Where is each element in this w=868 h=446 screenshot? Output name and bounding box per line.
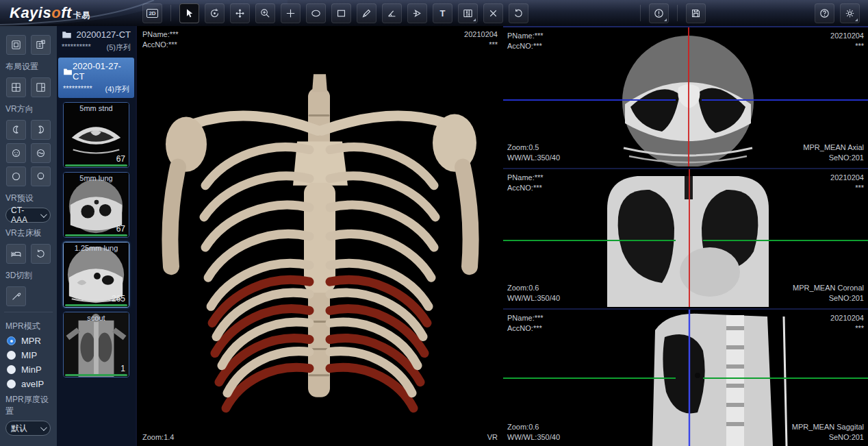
axial-zoom-info: Zoom:0.5 WW/WL:350/40 xyxy=(507,143,560,163)
main-content: 布局设置 VR方向 xyxy=(0,26,868,446)
vr-preset-value: CT-AAA xyxy=(11,206,40,225)
angle-measure-button[interactable] xyxy=(382,3,402,23)
logo-text-2: ft xyxy=(61,4,72,21)
layout-grid-2x2-button[interactable] xyxy=(6,77,26,97)
delete-annotation-button[interactable] xyxy=(483,3,503,23)
axial-viewport[interactable]: PName:*** AccNO:*** 20210204 *** Zoom:0.… xyxy=(503,26,868,166)
measure-line-button[interactable] xyxy=(357,3,376,23)
mpr-mode-option-aveip[interactable]: aveIP xyxy=(0,377,57,391)
vr-dir-right-button[interactable] xyxy=(31,120,51,140)
vr-direction-row-3 xyxy=(0,166,57,186)
series-thumbnail-5mm-stnd[interactable]: 5mm stnd 67 xyxy=(63,102,129,168)
sagittal-patient-info: PName:*** AccNO:*** xyxy=(507,313,544,334)
vr-dir-left-button[interactable] xyxy=(6,120,26,140)
radio-label: MinP xyxy=(21,364,42,375)
sagittal-label: MPR_MEAN Saggital xyxy=(792,422,864,432)
chevron-down-icon xyxy=(40,211,47,218)
settings-button[interactable] xyxy=(840,3,860,23)
save-button[interactable] xyxy=(686,3,706,23)
study-series-count: (5)序列 xyxy=(107,42,131,53)
axial-zoom: Zoom:0.5 xyxy=(507,143,560,153)
coronal-zoom-info: Zoom:0.6 WW/WL:350/40 xyxy=(507,283,560,303)
pan-icon xyxy=(234,8,246,19)
sagittal-viewport[interactable]: PName:*** AccNO:*** 20210204 *** Zoom:0.… xyxy=(503,308,868,446)
study-item-2-selected[interactable]: 2020-01-27-CT ********** (4)序列 xyxy=(58,58,134,98)
radio-selected-icon xyxy=(7,336,16,345)
text-annotation-button[interactable]: T xyxy=(433,3,452,23)
axial-date: 20210204 xyxy=(830,31,864,41)
mpr-mode-option-mpr[interactable]: MPR xyxy=(0,334,57,348)
sagittal-type-label: MPR_MEAN Saggital SeNO:201 xyxy=(792,422,864,443)
rectangle-roi-button[interactable] xyxy=(331,3,351,23)
head-top-icon xyxy=(10,171,22,182)
cut-3d-label: 3D切割 xyxy=(0,267,57,283)
mpr-mode-option-minp[interactable]: MinP xyxy=(0,362,57,377)
undo-rotate-icon xyxy=(35,248,47,260)
series-thumbnail-5mm-lung[interactable]: 5mm lung 67 xyxy=(63,172,129,238)
ellipse-roi-button[interactable] xyxy=(306,3,326,23)
crosshair-tool-button[interactable] xyxy=(281,3,301,23)
vr-dir-head-button[interactable] xyxy=(6,166,26,186)
vr-masked: *** xyxy=(464,40,498,50)
coronal-study-date: 20210204 *** xyxy=(830,173,864,193)
remove-bed-button[interactable] xyxy=(6,244,26,264)
cursor-tool-button[interactable] xyxy=(179,3,199,23)
head-left-icon xyxy=(10,124,22,136)
vr-dir-anterior-button[interactable] xyxy=(6,143,26,163)
coronal-pname: PName:*** xyxy=(507,173,544,183)
logo-o-glyph: o xyxy=(51,4,61,21)
series-thumbnail-125mm-lung[interactable]: 1.25mm lung 265 xyxy=(63,242,129,308)
sagittal-zoom-info: Zoom:0.6 WW/WL:350/40 xyxy=(507,422,560,443)
sagittal-seno: SeNO:201 xyxy=(792,432,864,443)
reset-view-button[interactable] xyxy=(509,3,528,23)
zoom-in-button[interactable] xyxy=(255,3,275,23)
2d-view-button[interactable]: 2D xyxy=(142,3,162,23)
rotate-3d-button[interactable] xyxy=(205,3,225,23)
chevron-down-icon xyxy=(40,424,47,431)
vr-label: VR xyxy=(487,432,498,443)
vr-dir-foot-button[interactable] xyxy=(31,166,51,186)
axial-type-label: MPR_MEAN Axial SeNO:201 xyxy=(803,143,864,163)
sagittal-wwwl: WW/WL:350/40 xyxy=(507,432,560,443)
arrow-annotation-icon xyxy=(411,8,423,19)
arrow-annotation-button[interactable] xyxy=(407,3,427,23)
folder-icon xyxy=(62,30,72,39)
window-level-button[interactable] xyxy=(458,3,478,23)
vr-dir-posterior-button[interactable] xyxy=(31,143,51,163)
mpr-column: PName:*** AccNO:*** 20210204 *** Zoom:0.… xyxy=(503,26,868,446)
vr-viewport[interactable]: PName:*** AccNO:*** 20210204 *** Zoom:1.… xyxy=(138,26,502,446)
info-circle-icon xyxy=(653,8,665,19)
restore-bed-button[interactable] xyxy=(31,244,51,264)
vr-preset-label: VR预设 xyxy=(0,190,57,206)
axial-wwwl: WW/WL:350/40 xyxy=(507,153,560,163)
radio-label: MIP xyxy=(21,350,37,360)
coronal-viewport[interactable]: PName:*** AccNO:*** 20210204 *** Zoom:0.… xyxy=(503,168,868,307)
thumbnail-progress-bar xyxy=(65,374,127,376)
mpr-thickness-value: 默认 xyxy=(11,423,27,434)
close-x-icon xyxy=(487,8,499,19)
layout-main-side-button[interactable] xyxy=(31,77,51,97)
study-item-1[interactable]: 20200127-CT ********** (5)序列 xyxy=(57,26,136,56)
layout-single-button[interactable] xyxy=(6,35,26,55)
sagittal-study-date: 20210204 *** xyxy=(830,313,864,334)
vr-bed-row xyxy=(0,244,57,264)
scalpel-cut-button[interactable] xyxy=(6,286,26,306)
help-button[interactable] xyxy=(815,3,834,23)
layout-buttons-row-2 xyxy=(0,77,57,97)
vr-preset-select[interactable]: CT-AAA xyxy=(5,208,51,223)
tool-group-system xyxy=(812,3,863,23)
app-logo: Kayisoft卡易 xyxy=(10,4,140,22)
reset-rotate-icon xyxy=(513,8,524,19)
mpr-mode-option-mip[interactable]: MIP xyxy=(0,348,57,362)
about-info-button[interactable] xyxy=(649,3,669,23)
coronal-seno: SeNO:201 xyxy=(793,293,864,303)
pan-tool-button[interactable] xyxy=(230,3,250,23)
left-sidebar: 布局设置 VR方向 xyxy=(0,26,57,446)
mpr-thickness-select[interactable]: 默认 xyxy=(5,421,51,436)
thumbnail-label: 5mm lung xyxy=(64,174,129,182)
layout-custom-button[interactable] xyxy=(31,35,51,55)
series-thumbnail-scout[interactable]: scout 1 xyxy=(63,312,129,377)
toolbar-separator-2 xyxy=(640,5,641,21)
bed-icon xyxy=(10,248,22,260)
study-title: 2020-01-27-CT xyxy=(73,61,129,82)
